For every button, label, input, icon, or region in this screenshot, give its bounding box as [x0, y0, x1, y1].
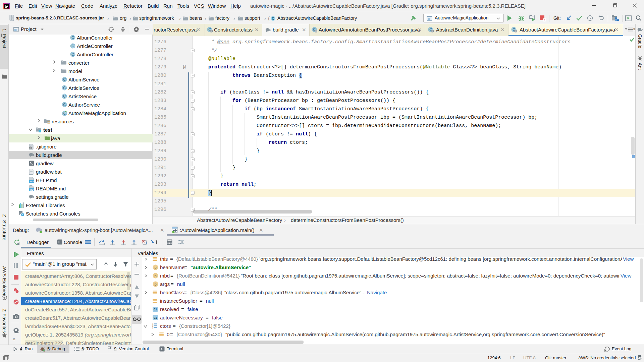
svg-text:C: C	[63, 77, 66, 81]
svg-text:p: p	[154, 265, 156, 269]
svg-text:C: C	[63, 103, 66, 107]
svg-text:01: 01	[154, 316, 157, 319]
svg-text:MD: MD	[30, 180, 34, 183]
svg-text:3: 3	[152, 327, 153, 328]
svg-text:C: C	[71, 44, 74, 48]
svg-text:p: p	[154, 282, 156, 286]
svg-text:C: C	[71, 52, 74, 56]
svg-text:C: C	[71, 36, 74, 40]
svg-text:C: C	[63, 94, 66, 98]
svg-text:01: 01	[154, 307, 157, 311]
svg-text:MD: MD	[30, 188, 34, 191]
svg-text:C: C	[272, 17, 274, 20]
svg-text:C: C	[63, 86, 66, 90]
svg-text:p: p	[154, 274, 156, 278]
svg-text:2: 2	[544, 19, 545, 22]
